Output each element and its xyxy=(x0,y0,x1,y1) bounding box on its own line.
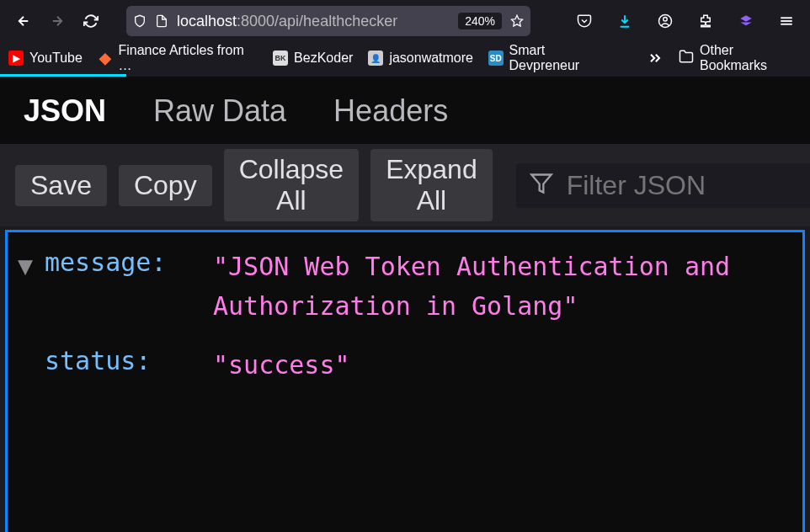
jason-icon: 👤 xyxy=(368,51,383,66)
svg-marker-6 xyxy=(531,175,551,193)
json-value-status: "success" xyxy=(213,346,792,386)
bookmarks-bar: ▶ YouTube ◆ Finance Articles from … BK B… xyxy=(0,42,810,74)
downloads-icon[interactable] xyxy=(611,8,638,35)
json-key-status[interactable]: status: xyxy=(45,346,213,375)
toolbar-right xyxy=(571,8,800,35)
bookmark-bezkoder[interactable]: BK BezKoder xyxy=(273,51,353,66)
json-key-message[interactable]: message: xyxy=(45,247,213,277)
url-path: :8000/api/healthchecker xyxy=(237,13,397,29)
bookmark-finance[interactable]: ◆ Finance Articles from … xyxy=(98,43,258,73)
app-icon[interactable] xyxy=(733,8,759,35)
account-icon[interactable] xyxy=(652,8,679,35)
filter-input[interactable] xyxy=(567,170,810,201)
bookmark-label: YouTube xyxy=(29,51,83,66)
copy-button[interactable]: Copy xyxy=(119,165,212,206)
bookmarks-overflow[interactable] xyxy=(647,50,663,66)
menu-icon[interactable] xyxy=(773,8,800,35)
viewer-tabs: JSON Raw Data Headers xyxy=(0,77,810,144)
browser-nav-bar: localhost:8000/api/healthchecker 240% xyxy=(0,0,810,42)
extensions-icon[interactable] xyxy=(692,8,719,35)
save-button[interactable]: Save xyxy=(15,165,107,206)
svg-marker-0 xyxy=(511,15,522,26)
loading-indicator xyxy=(0,74,126,77)
smart-icon: SD xyxy=(488,51,504,66)
url-bar[interactable]: localhost:8000/api/healthchecker 240% xyxy=(126,6,530,36)
tab-raw-data[interactable]: Raw Data xyxy=(153,93,286,129)
bookmark-label: Smart Devpreneur xyxy=(509,43,616,73)
tab-json[interactable]: JSON xyxy=(24,93,106,129)
bookmark-other[interactable]: Other Bookmarks xyxy=(679,43,802,73)
shield-icon xyxy=(133,14,147,28)
bookmark-label: Other Bookmarks xyxy=(700,43,802,73)
star-icon[interactable] xyxy=(510,14,524,28)
svg-point-2 xyxy=(663,18,668,22)
back-button[interactable] xyxy=(10,8,37,35)
json-value-message: "JSON Web Token Authentication and Autho… xyxy=(213,247,792,326)
finance-icon: ◆ xyxy=(98,51,113,66)
filter-container xyxy=(516,163,810,208)
collapse-all-button[interactable]: Collapse All xyxy=(224,149,360,221)
json-content: ▼ message: "JSON Web Token Authenticatio… xyxy=(5,230,805,532)
bookmark-youtube[interactable]: ▶ YouTube xyxy=(8,51,83,66)
bookmark-jason[interactable]: 👤 jasonwatmore xyxy=(368,51,473,66)
url-text: localhost:8000/api/healthchecker xyxy=(177,13,450,30)
url-host: localhost xyxy=(177,13,237,29)
filter-icon xyxy=(530,172,553,199)
pocket-icon[interactable] xyxy=(571,8,598,35)
json-row: status: "success" xyxy=(18,346,792,386)
collapse-toggle-icon[interactable]: ▼ xyxy=(18,247,45,280)
json-toolbar: Save Copy Collapse All Expand All xyxy=(0,144,810,226)
expand-all-button[interactable]: Expand All xyxy=(370,149,493,221)
zoom-badge[interactable]: 240% xyxy=(458,13,502,29)
folder-icon xyxy=(679,49,694,67)
forward-button[interactable] xyxy=(44,8,71,35)
bookmark-smart[interactable]: SD Smart Devpreneur xyxy=(488,43,616,73)
page-icon xyxy=(155,14,168,28)
bookmark-label: Finance Articles from … xyxy=(118,43,258,73)
youtube-icon: ▶ xyxy=(8,51,24,66)
tab-headers[interactable]: Headers xyxy=(333,93,448,129)
bookmark-label: jasonwatmore xyxy=(389,51,473,66)
json-row: ▼ message: "JSON Web Token Authenticatio… xyxy=(18,247,792,326)
reload-button[interactable] xyxy=(77,8,104,35)
bezkoder-icon: BK xyxy=(273,51,288,66)
bookmark-label: BezKoder xyxy=(294,51,353,66)
